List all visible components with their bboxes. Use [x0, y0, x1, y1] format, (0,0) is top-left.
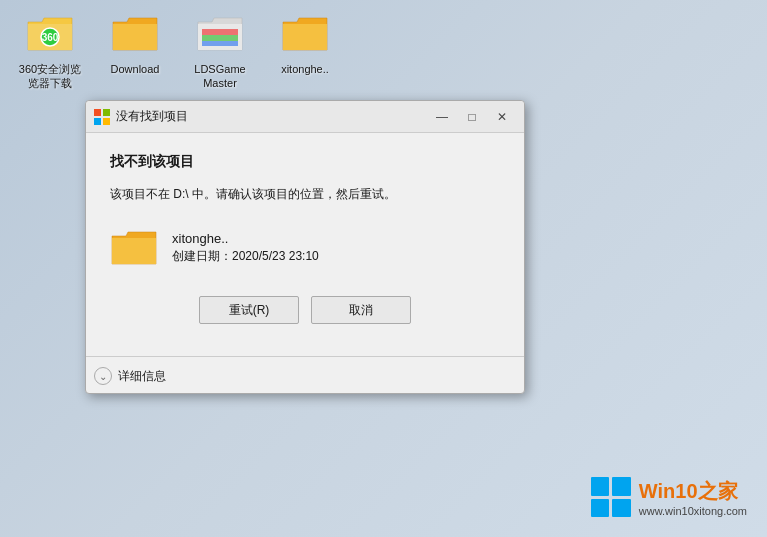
dialog-maximize-button[interactable]: □: [458, 107, 486, 127]
watermark-url: www.win10xitong.com: [639, 505, 747, 517]
dialog-window-controls: — □ ✕: [428, 107, 516, 127]
dialog-main-title: 找不到该项目: [110, 153, 500, 171]
svg-rect-3: [202, 35, 238, 41]
svg-rect-2: [202, 29, 238, 35]
details-expand-icon: ⌄: [94, 367, 112, 385]
dialog-cancel-button[interactable]: 取消: [311, 296, 411, 324]
dialog-buttons: 重试(R) 取消: [110, 296, 500, 324]
dialog-icon: [94, 109, 110, 125]
windows-pane-top-right: [612, 477, 631, 496]
dialog-minimize-button[interactable]: —: [428, 107, 456, 127]
details-label: 详细信息: [118, 368, 166, 385]
windows-logo-icon: [591, 477, 631, 517]
windows-pane-bottom-right: [612, 499, 631, 518]
icon-ldsgame[interactable]: LDSGame Master: [185, 10, 255, 91]
dialog-titlebar: 没有找到项目 — □ ✕: [86, 101, 524, 133]
dialog-file-details: xitonghe.. 创建日期：2020/5/23 23:10: [172, 231, 319, 265]
dialog-folder-icon: [110, 228, 158, 268]
icon-download[interactable]: Download: [100, 10, 170, 76]
icon-360browser-label: 360安全浏览 览器下载: [19, 62, 81, 91]
icon-xitonghe-image: [281, 10, 329, 58]
svg-rect-5: [94, 109, 101, 116]
icon-ldsgame-label: LDSGame Master: [194, 62, 245, 91]
svg-rect-8: [103, 118, 110, 125]
watermark-title: Win10之家: [639, 478, 747, 505]
dialog-not-found: 没有找到项目 — □ ✕ 找不到该项目 该项目不在 D:\ 中。请确认该项目的位…: [85, 100, 525, 394]
svg-rect-4: [202, 41, 238, 46]
icon-xitonghe[interactable]: xitonghe..: [270, 10, 340, 76]
watermark-text: Win10之家 www.win10xitong.com: [639, 478, 747, 517]
icon-360browser[interactable]: 360 360安全浏览 览器下载: [15, 10, 85, 91]
dialog-file-name: xitonghe..: [172, 231, 319, 246]
svg-rect-7: [94, 118, 101, 125]
dialog-retry-button[interactable]: 重试(R): [199, 296, 299, 324]
dialog-title: 没有找到项目: [116, 108, 428, 125]
svg-rect-6: [103, 109, 110, 116]
icon-360browser-image: 360: [26, 10, 74, 58]
icon-ldsgame-image: [196, 10, 244, 58]
watermark: Win10之家 www.win10xitong.com: [591, 477, 747, 517]
windows-pane-top-left: [591, 477, 610, 496]
dialog-file-info: xitonghe.. 创建日期：2020/5/23 23:10: [110, 224, 500, 272]
windows-pane-bottom-left: [591, 499, 610, 518]
dialog-file-date: 创建日期：2020/5/23 23:10: [172, 248, 319, 265]
icon-download-image: [111, 10, 159, 58]
desktop: 360 360安全浏览 览器下载 Download: [0, 0, 767, 537]
dialog-description: 该项目不在 D:\ 中。请确认该项目的位置，然后重试。: [110, 185, 500, 204]
dialog-close-button[interactable]: ✕: [488, 107, 516, 127]
icon-download-label: Download: [111, 62, 160, 76]
desktop-icons-area: 360 360安全浏览 览器下载 Download: [0, 0, 767, 101]
svg-text:360: 360: [42, 32, 59, 43]
dialog-body: 找不到该项目 该项目不在 D:\ 中。请确认该项目的位置，然后重试。 xiton…: [86, 133, 524, 356]
dialog-details-section[interactable]: ⌄ 详细信息: [86, 357, 524, 393]
icon-xitonghe-label: xitonghe..: [281, 62, 329, 76]
